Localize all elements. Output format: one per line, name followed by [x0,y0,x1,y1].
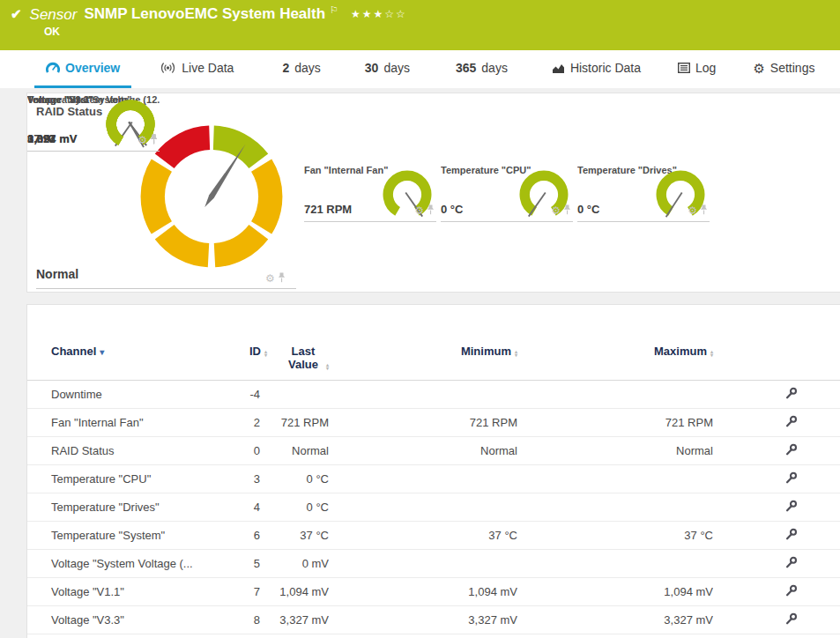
tab-log[interactable]: Log [666,50,727,88]
maximum-cell: 37 °C [517,522,713,550]
column-header-actions [713,345,808,381]
channel-settings-gear-icon[interactable]: ⚙ [138,135,147,145]
tab-live-data[interactable]: Live Data [148,50,245,88]
gauge-value: 721 RPM [304,203,352,216]
channel-settings-gear-icon[interactable]: ⚙ [414,205,424,216]
edit-channel-wrench-icon[interactable] [784,415,798,431]
tab-30-days[interactable]: 30 days [353,50,421,88]
channel-row[interactable]: Voltage "V1.1" 7 1,094 mV 1,094 mV 1,094… [27,578,840,606]
channel-name-cell[interactable]: Temperature "Drives" [27,493,214,522]
edit-channel-wrench-icon[interactable] [784,612,798,628]
column-header-label: Last Value [284,345,323,371]
gauge-segment-warning [262,166,271,228]
channel-table: Channel▾ ID▴▾ Last Value▴▾ Minimum▴▾ Max… [27,345,840,634]
maximum-cell [517,493,713,522]
tab-overview[interactable]: Overview [34,50,131,88]
pin-icon[interactable] [278,271,286,286]
channel-id-cell: 2 [214,409,267,437]
maximum-cell: 1,094 mV [517,578,713,606]
minimum-cell [329,493,517,522]
channel-row[interactable]: Fan "Internal Fan" 2 721 RPM 721 RPM 721… [27,409,840,437]
tab-label: days [383,61,410,75]
minimum-cell: 721 RPM [329,409,517,437]
channel-table-panel: Channel▾ ID▴▾ Last Value▴▾ Minimum▴▾ Max… [26,304,840,638]
channel-name-cell[interactable]: Voltage "System Voltage (... [27,550,214,578]
channel-name-cell[interactable]: Fan "Internal Fan" [27,409,214,437]
channel-id-cell: 8 [214,606,267,634]
channel-gauge-card[interactable]: Temperature "CPU" 0 °C ⚙ [441,164,573,222]
tab-2-days[interactable]: 2 days [271,50,331,88]
tab-historic-data[interactable]: Historic Data [540,50,652,88]
gauge-value: 3,327 mV [27,132,77,145]
channel-name-cell[interactable]: Temperature "System" [27,522,214,550]
maximum-cell [517,550,713,578]
channel-row[interactable]: Downtime -4 [27,381,840,409]
gauge-value: 0 °C [441,203,463,216]
minimum-cell: 3,327 mV [329,606,517,634]
channel-name-cell[interactable]: Downtime [27,381,214,409]
edit-channel-wrench-icon[interactable] [784,443,798,459]
overview-gauges-panel: RAID Status Normal ⚙ Fan "Internal Fan" [26,93,840,293]
pin-icon[interactable] [700,203,708,219]
column-header-label: Channel [51,345,96,358]
channel-id-cell: 0 [214,437,267,465]
last-value-cell: Normal [267,437,329,465]
sort-icon: ▴▾ [264,350,267,357]
pin-icon[interactable] [150,132,158,148]
minimum-cell: 1,094 mV [329,578,517,606]
edit-channel-wrench-icon[interactable] [784,556,798,572]
pin-icon[interactable] [563,203,571,219]
column-header-last-value[interactable]: Last Value▴▾ [267,345,329,381]
broadcast-icon [160,62,176,74]
channel-row[interactable]: Voltage "System Voltage (... 5 0 mV [27,550,840,578]
channel-row[interactable]: Voltage "V3.3" 8 3,327 mV 3,327 mV 3,327… [27,606,840,634]
tab-label: days [294,61,321,75]
status-badge: OK [44,26,60,38]
priority-star-rating[interactable]: ★★★☆☆ [351,8,407,20]
tab-label: days [481,61,508,75]
channel-row[interactable]: Temperature "System" 6 37 °C 37 °C 37 °C [27,522,840,550]
column-header-maximum[interactable]: Maximum▴▾ [517,345,713,381]
channel-name-cell[interactable]: Voltage "V3.3" [27,606,214,634]
edit-channel-wrench-icon[interactable] [784,387,798,403]
edit-channel-wrench-icon[interactable] [784,500,798,516]
channel-name-cell[interactable]: Voltage "V1.1" [27,578,214,606]
tab-label: Settings [770,61,815,75]
last-value-cell: 1,094 mV [267,578,329,606]
page-title: SNMP LenovoEMC System Health [84,5,325,23]
column-header-channel[interactable]: Channel▾ [27,345,214,381]
tab-label-number: 2 [282,61,289,75]
channel-gauge-card[interactable]: Voltage "V3.3" 3,327 mV ⚙ [27,93,160,152]
pin-icon[interactable] [427,203,435,219]
tab-settings[interactable]: ⚙ Settings [741,50,826,88]
channel-row[interactable]: Temperature "CPU" 3 0 °C [27,465,840,493]
channel-row[interactable]: RAID Status 0 Normal Normal Normal [27,437,840,465]
channel-settings-gear-icon[interactable]: ⚙ [265,273,275,284]
gauge-segment-warning [165,232,209,255]
maximum-cell [517,465,713,493]
check-icon: ✔ [11,6,22,22]
tab-label: Overview [65,61,120,75]
edit-channel-wrench-icon[interactable] [784,584,798,600]
maximum-cell: 721 RPM [517,409,713,437]
tab-label: Log [695,61,716,75]
column-header-minimum[interactable]: Minimum▴▾ [329,345,517,381]
channel-id-cell: 6 [214,522,267,550]
channel-settings-gear-icon[interactable]: ⚙ [551,205,561,216]
minimum-cell: 37 °C [329,522,517,550]
table-header-row: Channel▾ ID▴▾ Last Value▴▾ Minimum▴▾ Max… [27,345,840,381]
channel-gauge-card[interactable]: Fan "Internal Fan" 721 RPM ⚙ [304,164,436,222]
raid-gauge-value: Normal [36,267,78,281]
tab-bar: Overview Live Data 2 days 30 days 365 da… [0,50,840,88]
channel-settings-gear-icon[interactable]: ⚙ [688,205,697,216]
edit-channel-wrench-icon[interactable] [784,471,798,487]
flag-icon[interactable]: ⚐ [330,4,338,16]
channel-gauge-card[interactable]: Temperature "Drives" 0 °C ⚙ [577,164,710,222]
gauge-icon [46,62,60,74]
channel-name-cell[interactable]: RAID Status [27,437,214,465]
edit-channel-wrench-icon[interactable] [784,528,798,544]
channel-name-cell[interactable]: Temperature "CPU" [27,465,214,493]
column-header-id[interactable]: ID▴▾ [214,345,267,381]
channel-row[interactable]: Temperature "Drives" 4 0 °C [27,493,840,522]
tab-365-days[interactable]: 365 days [444,50,519,88]
